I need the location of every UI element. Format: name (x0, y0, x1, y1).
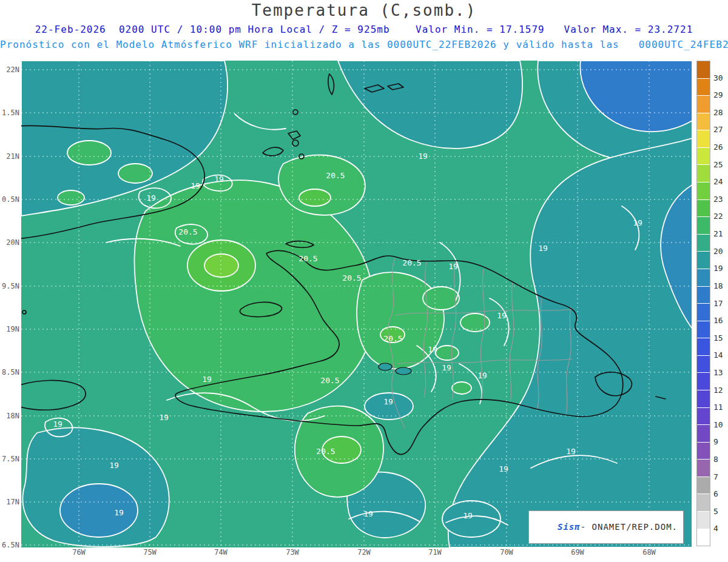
colorbar-tick-label: 7 (713, 472, 718, 482)
colorbar-tick-label: 28 (713, 108, 723, 118)
contour-label: 20.5 (342, 273, 361, 283)
colorbar-tick-label: 26 (713, 142, 723, 152)
colorbar-tick-label: 29 (713, 90, 723, 100)
contour-label: 20.5 (178, 227, 197, 236)
temperature-contour-map: 1919191919191919191919191919191919191919… (21, 61, 692, 547)
contour-label: 19 (442, 363, 451, 372)
colorbar-tick-label: 21 (713, 229, 723, 239)
contour-label: 20.5 (316, 447, 335, 456)
colorbar-segment (697, 130, 710, 147)
colorbar-tick-label: 23 (713, 195, 723, 204)
map-area: 1919191919191919191919191919191919191919… (21, 61, 692, 547)
contour-label: 19 (146, 193, 156, 202)
colorbar-segment (697, 355, 710, 373)
colorbar-tick-labels: 3029282726252423222120191817161514131211… (713, 61, 728, 546)
forecast-time-line: 22-Feb-2026 0200 UTC / 10:00 pm Hora Loc… (0, 24, 728, 35)
lat-tick-label: 22N (0, 65, 19, 74)
contour-label: 19 (418, 152, 428, 161)
colorbar-segment (697, 338, 710, 355)
contour-label: 19 (109, 461, 119, 470)
contour-label: 19 (383, 397, 393, 406)
colorbar-segment (697, 407, 710, 425)
contour-label: 19 (463, 511, 473, 520)
lat-tick-label: 19N (0, 325, 19, 333)
lat-tick-label: 7.5N (0, 455, 19, 463)
lat-tick-label: 0.5N (0, 195, 19, 204)
colorbar-segment (697, 78, 710, 96)
colorbar-segment (697, 390, 710, 407)
colorbar-segment (697, 372, 710, 390)
colorbar-tick-label: 15 (713, 333, 723, 343)
contour-label: 19 (159, 413, 169, 422)
contour-label: 19 (190, 181, 200, 190)
contour-label: 19 (538, 244, 548, 253)
colorbar-tick-label: 4 (713, 524, 718, 534)
colorbar-segment (697, 286, 710, 304)
contour-label: 19 (114, 508, 124, 517)
colorbar-segment (697, 182, 710, 199)
colorbar-tick-label: 11 (713, 403, 723, 412)
lat-tick-label: 6.5N (0, 541, 19, 549)
contour-label: 19 (633, 218, 642, 227)
contour-label: 20.5 (383, 334, 402, 343)
colorbar-segment (697, 147, 710, 165)
colorbar-segment (697, 164, 710, 182)
colorbar-segment (697, 442, 710, 460)
colorbar-segment (697, 251, 710, 269)
contour-label: 19 (566, 447, 576, 456)
lat-tick-label: 1.5N (0, 109, 19, 117)
colorbar-tick-label: 18 (713, 281, 723, 291)
colorbar-tick-label: 22 (713, 212, 723, 221)
lon-tick-label: 73W (280, 548, 305, 557)
colorbar-tick-label: 9 (713, 437, 718, 447)
contour-label: 19 (202, 375, 212, 384)
contour-label: 19 (497, 311, 507, 320)
contour-label: 19 (53, 420, 62, 429)
contour-label: 20.5 (320, 376, 339, 385)
colorbar-tick-label: 6 (713, 489, 718, 499)
lon-tick-label: 71W (423, 548, 447, 557)
lon-tick-label: 68W (637, 548, 661, 557)
colorbar-tick-label: 19 (713, 264, 723, 273)
colorbar-tick-label: 27 (713, 125, 723, 135)
colorbar-segment (697, 303, 710, 321)
contour-label: 20.5 (298, 254, 317, 263)
contour-label: 19 (363, 509, 373, 518)
branding-box: Sisπ- ONAMET/REP.DOM. (528, 510, 684, 544)
lon-tick-label: 72W (352, 548, 376, 557)
colorbar-tick-label: 10 (713, 420, 723, 430)
colorbar-segment (697, 216, 710, 234)
wrf-temperature-map-page: { "title": "Temperatura (C,somb.)", "sub… (0, 0, 728, 562)
lat-tick-label: 9.5N (0, 282, 19, 290)
colorbar-segment (697, 95, 710, 113)
lat-tick-label: 21N (0, 152, 19, 161)
lon-tick-label: 69W (565, 548, 590, 557)
sispi-logo: Sisπ (558, 522, 581, 532)
colorbar-segment (697, 234, 710, 252)
colorbar-segment (697, 424, 710, 442)
colorbar-tick-label: 13 (713, 368, 723, 378)
contour-label: 20.5 (326, 171, 345, 180)
lon-tick-label: 74W (209, 548, 233, 557)
colorbar-tick-label: 8 (713, 455, 718, 464)
colorbar-segment (697, 199, 710, 217)
colorbar-segment (697, 477, 710, 494)
colorbar-tick-label: 17 (713, 299, 723, 309)
contour-label: 19 (214, 175, 224, 184)
lon-tick-label: 76W (67, 548, 91, 557)
contour-label: 19 (428, 345, 437, 354)
colorbar-segment (697, 459, 710, 477)
contour-label: 19 (499, 464, 508, 473)
colorbar-tick-label: 25 (713, 160, 723, 170)
colorbar-tick-label: 24 (713, 177, 723, 187)
colorbar-tick-label: 12 (713, 386, 723, 395)
colorbar-tick-label: 14 (713, 350, 723, 360)
colorbar-tick-label: 20 (713, 247, 723, 256)
colorbar-segment (697, 113, 710, 130)
contour-label: 20.5 (402, 258, 421, 267)
lat-tick-label: 20N (0, 238, 19, 247)
colorbar-segment (697, 321, 710, 338)
lon-tick-label: 75W (138, 548, 162, 557)
lat-tick-label: 17N (0, 498, 19, 506)
colorbar-segment (697, 493, 710, 511)
